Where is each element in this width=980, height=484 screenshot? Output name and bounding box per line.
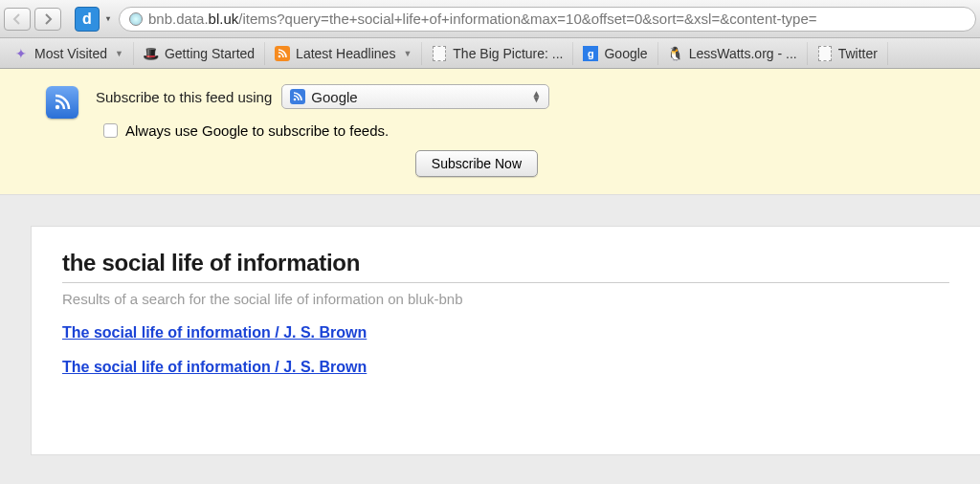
- always-label: Always use Google to subscribe to feeds.: [125, 122, 389, 139]
- bookmark-lesswatts[interactable]: 🐧 LessWatts.org - ...: [658, 42, 808, 65]
- chevron-down-icon: ▼: [403, 49, 412, 58]
- bookmark-label: Latest Headlines: [296, 46, 395, 61]
- url-text: bnb.data.bl.uk/items?query=the+social+li…: [148, 11, 817, 27]
- chevron-down-icon: ▼: [115, 49, 123, 58]
- always-use-row: Always use Google to subscribe to feeds.: [103, 122, 949, 139]
- svg-point-1: [56, 105, 59, 109]
- bookmark-label: The Big Picture: ...: [453, 46, 563, 61]
- reader-select[interactable]: Google ▲▼: [281, 84, 549, 109]
- bookmark-big-picture[interactable]: The Big Picture: ...: [422, 42, 573, 65]
- updown-icon: ▲▼: [531, 91, 541, 102]
- bookmark-google[interactable]: g Google: [573, 42, 657, 65]
- globe-icon: [129, 12, 143, 26]
- subscribe-label: Subscribe to this feed using: [96, 89, 272, 105]
- svg-point-2: [294, 99, 297, 101]
- bookmark-label: Most Visited: [34, 46, 107, 61]
- selected-reader: Google: [311, 89, 357, 105]
- rss-icon: [275, 46, 290, 61]
- feed-description: Results of a search for the social life …: [62, 291, 949, 307]
- bookmark-getting-started[interactable]: 🎩 Getting Started: [134, 42, 265, 65]
- bookmark-label: Getting Started: [165, 46, 255, 61]
- bookmark-twitter[interactable]: Twitter: [808, 42, 888, 65]
- url-bar[interactable]: bnb.data.bl.uk/items?query=the+social+li…: [119, 7, 976, 32]
- forward-button[interactable]: [34, 8, 61, 31]
- bookmark-label: Twitter: [838, 46, 878, 61]
- bookmarks-bar: ✦ Most Visited ▼ 🎩 Getting Started Lates…: [0, 38, 980, 69]
- browser-toolbar: d bnb.data.bl.uk/items?query=the+social+…: [0, 0, 980, 38]
- google-icon: g: [583, 46, 598, 61]
- bookmark-latest-headlines[interactable]: Latest Headlines ▼: [265, 42, 422, 65]
- feed-subscribe-panel: Subscribe to this feed using Google ▲▼ A…: [0, 69, 980, 195]
- subscribe-now-button[interactable]: Subscribe Now: [415, 150, 538, 177]
- bookmark-label: LessWatts.org - ...: [689, 46, 797, 61]
- subscribe-row: Subscribe to this feed using Google ▲▼: [96, 84, 949, 109]
- feed-content: the social life of information Results o…: [31, 226, 980, 455]
- rss-icon: [290, 89, 305, 104]
- feed-item-link[interactable]: The social life of information / J. S. B…: [62, 359, 949, 376]
- redhat-icon: 🎩: [144, 46, 159, 61]
- content-area: the social life of information Results o…: [0, 195, 980, 455]
- feed-title: the social life of information: [62, 250, 949, 276]
- page-icon: [817, 46, 833, 61]
- page-icon: [432, 46, 447, 61]
- divider: [62, 282, 949, 283]
- always-checkbox[interactable]: [103, 123, 118, 138]
- rss-feed-icon: [46, 86, 78, 119]
- bookmark-label: Google: [604, 46, 647, 61]
- svg-point-0: [278, 55, 281, 57]
- star-icon: ✦: [13, 46, 29, 61]
- back-button[interactable]: [4, 8, 31, 31]
- penguin-icon: 🐧: [668, 46, 683, 61]
- feed-item-link[interactable]: The social life of information / J. S. B…: [62, 324, 949, 341]
- bookmark-most-visited[interactable]: ✦ Most Visited ▼: [4, 42, 134, 65]
- delicious-icon[interactable]: d: [75, 7, 100, 32]
